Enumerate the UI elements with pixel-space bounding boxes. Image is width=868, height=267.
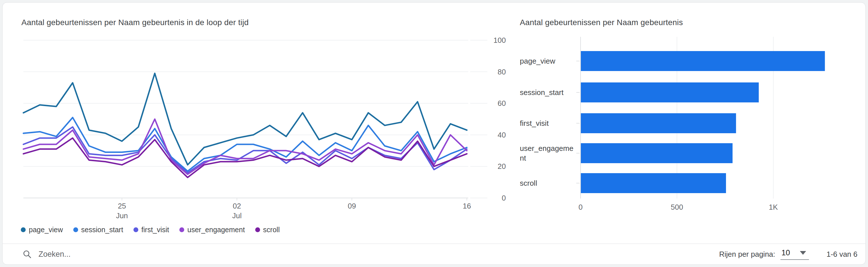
legend-item-session_start: session_start bbox=[73, 226, 123, 234]
category-label-first_visit: first_visit bbox=[520, 119, 549, 127]
y-axis-label: 60 bbox=[498, 99, 506, 108]
legend-item-page_view: page_view bbox=[21, 226, 63, 234]
pagination-controls: Rijen per pagina: 10 1-6 van 6 bbox=[719, 248, 858, 260]
y-axis-label: 0 bbox=[502, 194, 506, 202]
bar-chart-title: Aantal gebeurtenissen per Naam gebeurten… bbox=[520, 18, 683, 27]
events-report-card: Aantal gebeurtenissen per Naam gebeurten… bbox=[2, 2, 866, 265]
y-axis-label: 100 bbox=[494, 36, 506, 44]
bar-session_start[interactable] bbox=[581, 83, 759, 102]
bar-user_engagement[interactable] bbox=[581, 143, 733, 163]
bar-scroll[interactable] bbox=[581, 173, 726, 193]
y-axis-label: 80 bbox=[498, 68, 506, 76]
pagination-range-label: 1-6 van 6 bbox=[827, 250, 858, 259]
search-icon bbox=[23, 249, 32, 259]
search-area bbox=[23, 249, 719, 259]
category-label-user_engagement: nt bbox=[520, 154, 526, 162]
legend-label: first_visit bbox=[142, 226, 169, 234]
legend-label: page_view bbox=[29, 226, 63, 234]
legend-label: user_engagement bbox=[187, 226, 245, 234]
legend-dot-icon bbox=[133, 227, 138, 232]
x-axis-label: 09 bbox=[348, 202, 356, 210]
x-axis-label: 16 bbox=[463, 202, 471, 210]
search-input[interactable] bbox=[38, 249, 239, 259]
y-axis-label: 20 bbox=[498, 162, 506, 171]
legend-item-user_engagement: user_engagement bbox=[179, 226, 245, 234]
line-chart-legend: page_viewsession_startfirst_visituser_en… bbox=[21, 225, 280, 235]
x-axis-label: 02 bbox=[233, 202, 241, 210]
legend-dot-icon bbox=[255, 227, 260, 232]
line-chart-title: Aantal gebeurtenissen per Naam gebeurten… bbox=[21, 18, 249, 27]
category-label-user_engagement: user_engageme bbox=[520, 144, 574, 153]
dropdown-caret-icon bbox=[800, 251, 806, 255]
bar-first_visit[interactable] bbox=[581, 113, 736, 133]
rows-per-page-select[interactable]: 10 bbox=[780, 248, 809, 260]
line-chart-canvas[interactable]: 02040608010025Jun02Jul0916 bbox=[3, 30, 513, 224]
legend-dot-icon bbox=[21, 227, 26, 232]
legend-dot-icon bbox=[73, 227, 78, 232]
x-axis-sublabel: Jul bbox=[232, 211, 242, 220]
category-label-session_start: session_start bbox=[520, 88, 564, 97]
series-line-session_start[interactable] bbox=[23, 118, 467, 171]
legend-label: scroll bbox=[263, 226, 280, 234]
x-axis-label: 25 bbox=[118, 202, 126, 210]
rows-per-page-label: Rijen per pagina: bbox=[719, 250, 775, 259]
bar-chart-canvas[interactable]: 05001Kpage_viewsession_startfirst_visitu… bbox=[513, 30, 866, 224]
rows-per-page-value: 10 bbox=[782, 248, 790, 257]
legend-label: session_start bbox=[81, 226, 123, 234]
x-axis-sublabel: Jun bbox=[116, 211, 128, 220]
category-label-scroll: scroll bbox=[520, 179, 537, 187]
legend-item-scroll: scroll bbox=[255, 226, 280, 234]
x-axis-label: 0 bbox=[579, 203, 583, 211]
x-axis-label: 500 bbox=[671, 203, 683, 211]
y-axis-label: 40 bbox=[498, 131, 506, 139]
bar-page_view[interactable] bbox=[581, 51, 825, 71]
table-footer-bar: Rijen per pagina: 10 1-6 van 6 bbox=[3, 244, 865, 264]
legend-dot-icon bbox=[179, 227, 184, 232]
legend-item-first_visit: first_visit bbox=[133, 226, 169, 234]
category-label-page_view: page_view bbox=[520, 57, 556, 65]
x-axis-label: 1K bbox=[769, 203, 778, 211]
